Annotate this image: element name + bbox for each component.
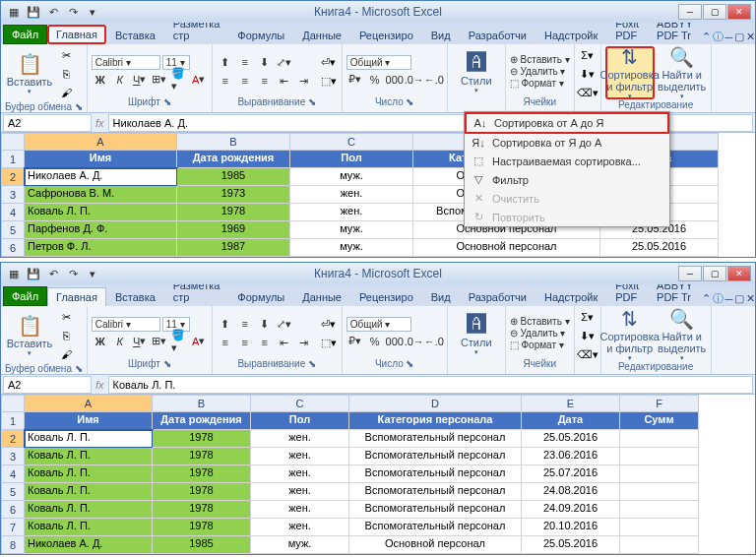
format-painter-icon[interactable]: 🖌 (57, 345, 75, 363)
row-head-3[interactable]: 3 (1, 448, 25, 465)
tab-Разработчи[interactable]: Разработчи (460, 287, 536, 306)
italic-icon[interactable]: К (111, 333, 129, 350)
cell[interactable]: 25.05.2016 (522, 536, 620, 554)
header-cell[interactable]: Имя (25, 151, 177, 168)
row-head-2[interactable]: 2 (1, 168, 25, 186)
cell[interactable]: 1978 (153, 483, 251, 501)
fill-color-icon[interactable]: 🪣▾ (170, 71, 188, 89)
col-head-C[interactable]: C (290, 133, 413, 151)
bold-icon[interactable]: Ж (92, 333, 109, 350)
cell[interactable] (620, 483, 699, 501)
cell[interactable] (620, 430, 699, 448)
cell[interactable]: жен. (251, 501, 349, 519)
name-box[interactable]: A2 (3, 114, 92, 132)
qat-undo-icon[interactable]: ↶ (44, 265, 62, 282)
format-painter-icon[interactable]: 🖌 (57, 84, 75, 101)
font-color-icon[interactable]: A▾ (190, 71, 208, 89)
col-head-A[interactable]: A (25, 133, 177, 151)
cell[interactable]: Коваль Л. П. (25, 448, 153, 465)
tab-Разработчи[interactable]: Разработчи (460, 26, 536, 44)
tab-Формулы[interactable]: Формулы (228, 26, 293, 44)
cell[interactable]: 1978 (153, 501, 251, 519)
cell[interactable]: Николаев А. Д. (25, 168, 177, 186)
col-head-B[interactable]: B (177, 133, 290, 151)
align-left-icon[interactable]: ≡ (217, 334, 234, 351)
cell[interactable]: 24.08.2016 (522, 483, 620, 501)
cell[interactable]: Сафронова В. М. (25, 186, 177, 204)
align-middle-icon[interactable]: ≡ (236, 53, 254, 71)
fx-icon[interactable]: fx (92, 379, 108, 391)
row-head-7[interactable]: 7 (1, 519, 25, 536)
dec-decimal-icon[interactable]: ←.0 (425, 71, 443, 89)
orientation-icon[interactable]: ⤢▾ (276, 315, 293, 333)
col-head-F[interactable]: F (620, 395, 699, 412)
cell[interactable]: муж. (290, 239, 413, 257)
header-cell[interactable]: Дата рождения (153, 412, 251, 430)
header-cell[interactable]: Дата (522, 412, 620, 430)
row-head-2[interactable]: 2 (1, 430, 25, 448)
doc-close-icon[interactable]: ✕ (746, 31, 755, 43)
align-top-icon[interactable]: ⬆ (217, 53, 234, 71)
qat-more-icon[interactable]: ▾ (84, 3, 101, 21)
cell[interactable]: жен. (251, 448, 349, 465)
cell[interactable]: Петров Ф. Л. (25, 239, 177, 257)
merge-icon[interactable]: ⬚▾ (320, 72, 338, 90)
tab-Главная[interactable]: Главная (47, 287, 106, 306)
row-head-5[interactable]: 5 (1, 483, 25, 501)
align-right-icon[interactable]: ≡ (256, 334, 274, 351)
insert-cells-button[interactable]: ⊕ Вставить ▾ (510, 316, 570, 327)
row-head-4[interactable]: 4 (1, 465, 25, 483)
align-center-icon[interactable]: ≡ (236, 72, 254, 90)
header-cell[interactable]: Категория персонала (349, 412, 522, 430)
cell[interactable]: 1978 (153, 465, 251, 483)
underline-icon[interactable]: Ч▾ (131, 71, 149, 89)
paste-button[interactable]: 📋Вставить▾ (5, 309, 54, 362)
cell[interactable] (620, 448, 699, 465)
cell[interactable]: 24.09.2016 (522, 501, 620, 519)
maximize-button[interactable]: ▢ (703, 266, 726, 281)
tab-Вставка[interactable]: Вставка (106, 26, 164, 44)
cell[interactable]: Коваль Л. П. (25, 465, 153, 483)
tab-Главная[interactable]: Главная (47, 25, 106, 44)
find-select-button[interactable]: 🔍Найти и выделить▾ (658, 46, 707, 99)
cell[interactable]: муж. (290, 168, 413, 186)
cell[interactable]: жен. (251, 465, 349, 483)
doc-minimize-icon[interactable]: ─ (725, 31, 733, 43)
number-format-combo[interactable]: Общий ▾ (346, 55, 411, 70)
qat-redo-icon[interactable]: ↷ (64, 3, 82, 21)
cell[interactable] (620, 501, 699, 519)
cell[interactable]: Николаев А. Д. (25, 536, 153, 554)
row-head-6[interactable]: 6 (1, 501, 25, 519)
ribbon-minimize-icon[interactable]: ⌃ (702, 31, 711, 43)
col-head-A[interactable]: A (25, 395, 153, 412)
formula-input[interactable]: Коваль Л. П. (108, 376, 753, 394)
tab-Надстройк[interactable]: Надстройк (536, 287, 606, 306)
autosum-icon[interactable]: Σ▾ (579, 46, 597, 64)
cell[interactable]: Вспомогательный персонал (349, 519, 522, 536)
align-bottom-icon[interactable]: ⬇ (256, 315, 274, 333)
tab-Вставка[interactable]: Вставка (106, 287, 164, 306)
cell[interactable]: 1985 (153, 536, 251, 554)
copy-icon[interactable]: ⎘ (57, 65, 75, 83)
close-button[interactable]: ✕ (727, 4, 751, 20)
indent-inc-icon[interactable]: ⇥ (295, 334, 313, 351)
indent-dec-icon[interactable]: ⇤ (276, 334, 293, 351)
select-all-corner[interactable] (1, 395, 25, 412)
align-center-icon[interactable]: ≡ (236, 334, 254, 351)
doc-restore-icon[interactable]: ▢ (734, 292, 744, 305)
cell[interactable]: жен. (251, 519, 349, 536)
cell[interactable]: 1978 (153, 519, 251, 536)
paste-button[interactable]: 📋Вставить▾ (5, 47, 54, 100)
menu-item-Сортировка от Я до А[interactable]: Я↓Сортировка от Я до А (465, 134, 669, 152)
sort-filter-button[interactable]: ⇅Сортировка и фильтр▾ (605, 46, 655, 99)
wrap-text-icon[interactable]: ⏎▾ (320, 315, 338, 333)
name-box[interactable]: A2 (3, 376, 92, 394)
cell[interactable]: 25.07.2016 (522, 465, 620, 483)
comma-icon[interactable]: 000 (386, 333, 404, 350)
cut-icon[interactable]: ✂ (57, 308, 75, 326)
font-name-combo[interactable]: Calibri ▾ (92, 55, 160, 70)
bold-icon[interactable]: Ж (92, 71, 109, 89)
dec-decimal-icon[interactable]: ←.0 (425, 333, 443, 350)
col-head-B[interactable]: B (153, 395, 251, 412)
border-icon[interactable]: ⊞▾ (151, 71, 168, 89)
